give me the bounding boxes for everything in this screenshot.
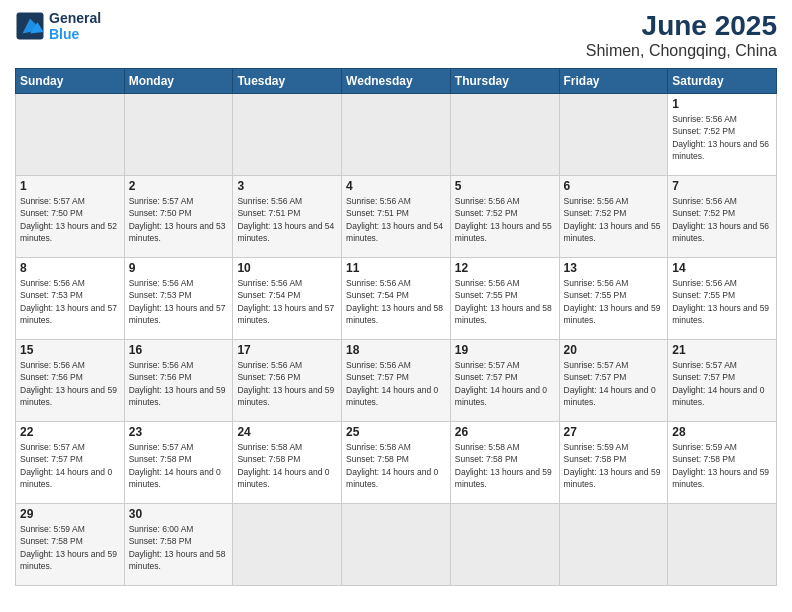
day-number: 19 [455, 343, 555, 357]
day-number: 11 [346, 261, 446, 275]
column-header-monday: Monday [124, 69, 233, 94]
day-info: Sunrise: 5:56 AMSunset: 7:51 PMDaylight:… [237, 195, 337, 244]
calendar-cell: 26Sunrise: 5:58 AMSunset: 7:58 PMDayligh… [450, 422, 559, 504]
day-number: 7 [672, 179, 772, 193]
logo: General Blue [15, 10, 101, 42]
logo-icon [15, 11, 45, 41]
calendar-cell: 22Sunrise: 5:57 AMSunset: 7:57 PMDayligh… [16, 422, 125, 504]
header: General Blue June 2025 Shimen, Chongqing… [15, 10, 777, 60]
day-number: 24 [237, 425, 337, 439]
calendar-cell [559, 94, 668, 176]
day-number: 27 [564, 425, 664, 439]
day-info: Sunrise: 6:00 AMSunset: 7:58 PMDaylight:… [129, 523, 229, 572]
calendar-body: 1Sunrise: 5:56 AMSunset: 7:52 PMDaylight… [16, 94, 777, 586]
day-info: Sunrise: 5:57 AMSunset: 7:50 PMDaylight:… [129, 195, 229, 244]
day-number: 14 [672, 261, 772, 275]
day-info: Sunrise: 5:59 AMSunset: 7:58 PMDaylight:… [564, 441, 664, 490]
day-info: Sunrise: 5:56 AMSunset: 7:52 PMDaylight:… [672, 195, 772, 244]
day-info: Sunrise: 5:56 AMSunset: 7:54 PMDaylight:… [237, 277, 337, 326]
calendar-cell: 8Sunrise: 5:56 AMSunset: 7:53 PMDaylight… [16, 258, 125, 340]
day-number: 1 [20, 179, 120, 193]
day-info: Sunrise: 5:56 AMSunset: 7:57 PMDaylight:… [346, 359, 446, 408]
calendar-cell: 9Sunrise: 5:56 AMSunset: 7:53 PMDaylight… [124, 258, 233, 340]
day-number: 16 [129, 343, 229, 357]
calendar-cell: 29Sunrise: 5:59 AMSunset: 7:58 PMDayligh… [16, 504, 125, 586]
day-number: 28 [672, 425, 772, 439]
day-number: 12 [455, 261, 555, 275]
day-info: Sunrise: 5:57 AMSunset: 7:58 PMDaylight:… [129, 441, 229, 490]
day-number: 13 [564, 261, 664, 275]
calendar-cell [124, 94, 233, 176]
calendar-cell: 20Sunrise: 5:57 AMSunset: 7:57 PMDayligh… [559, 340, 668, 422]
day-info: Sunrise: 5:56 AMSunset: 7:55 PMDaylight:… [455, 277, 555, 326]
day-number: 15 [20, 343, 120, 357]
calendar-cell [450, 504, 559, 586]
day-number: 18 [346, 343, 446, 357]
day-number: 3 [237, 179, 337, 193]
day-info: Sunrise: 5:56 AMSunset: 7:56 PMDaylight:… [20, 359, 120, 408]
calendar-cell: 25Sunrise: 5:58 AMSunset: 7:58 PMDayligh… [342, 422, 451, 504]
day-number: 4 [346, 179, 446, 193]
calendar-week-4: 22Sunrise: 5:57 AMSunset: 7:57 PMDayligh… [16, 422, 777, 504]
calendar-cell [450, 94, 559, 176]
day-info: Sunrise: 5:56 AMSunset: 7:52 PMDaylight:… [455, 195, 555, 244]
calendar-week-0: 1Sunrise: 5:56 AMSunset: 7:52 PMDaylight… [16, 94, 777, 176]
calendar-cell: 10Sunrise: 5:56 AMSunset: 7:54 PMDayligh… [233, 258, 342, 340]
day-info: Sunrise: 5:56 AMSunset: 7:56 PMDaylight:… [129, 359, 229, 408]
calendar-cell: 11Sunrise: 5:56 AMSunset: 7:54 PMDayligh… [342, 258, 451, 340]
calendar-week-2: 8Sunrise: 5:56 AMSunset: 7:53 PMDaylight… [16, 258, 777, 340]
calendar-cell: 21Sunrise: 5:57 AMSunset: 7:57 PMDayligh… [668, 340, 777, 422]
day-number: 6 [564, 179, 664, 193]
day-number: 30 [129, 507, 229, 521]
day-info: Sunrise: 5:56 AMSunset: 7:56 PMDaylight:… [237, 359, 337, 408]
day-info: Sunrise: 5:56 AMSunset: 7:54 PMDaylight:… [346, 277, 446, 326]
calendar-cell [16, 94, 125, 176]
day-info: Sunrise: 5:56 AMSunset: 7:55 PMDaylight:… [672, 277, 772, 326]
calendar-cell: 18Sunrise: 5:56 AMSunset: 7:57 PMDayligh… [342, 340, 451, 422]
column-header-thursday: Thursday [450, 69, 559, 94]
day-number: 5 [455, 179, 555, 193]
day-info: Sunrise: 5:58 AMSunset: 7:58 PMDaylight:… [455, 441, 555, 490]
column-header-saturday: Saturday [668, 69, 777, 94]
day-info: Sunrise: 5:57 AMSunset: 7:57 PMDaylight:… [672, 359, 772, 408]
calendar-cell: 1Sunrise: 5:57 AMSunset: 7:50 PMDaylight… [16, 176, 125, 258]
day-info: Sunrise: 5:57 AMSunset: 7:57 PMDaylight:… [455, 359, 555, 408]
calendar-cell [342, 504, 451, 586]
day-number: 9 [129, 261, 229, 275]
day-number: 22 [20, 425, 120, 439]
day-info: Sunrise: 5:56 AMSunset: 7:53 PMDaylight:… [20, 277, 120, 326]
calendar-cell [342, 94, 451, 176]
calendar-cell: 3Sunrise: 5:56 AMSunset: 7:51 PMDaylight… [233, 176, 342, 258]
calendar-cell: 7Sunrise: 5:56 AMSunset: 7:52 PMDaylight… [668, 176, 777, 258]
calendar-cell: 28Sunrise: 5:59 AMSunset: 7:58 PMDayligh… [668, 422, 777, 504]
day-info: Sunrise: 5:57 AMSunset: 7:57 PMDaylight:… [20, 441, 120, 490]
title-block: June 2025 Shimen, Chongqing, China [586, 10, 777, 60]
calendar-cell [233, 94, 342, 176]
day-info: Sunrise: 5:59 AMSunset: 7:58 PMDaylight:… [20, 523, 120, 572]
day-info: Sunrise: 5:56 AMSunset: 7:51 PMDaylight:… [346, 195, 446, 244]
day-info: Sunrise: 5:56 AMSunset: 7:52 PMDaylight:… [672, 113, 772, 162]
calendar-table: SundayMondayTuesdayWednesdayThursdayFrid… [15, 68, 777, 586]
calendar-cell: 23Sunrise: 5:57 AMSunset: 7:58 PMDayligh… [124, 422, 233, 504]
logo-text: General Blue [49, 10, 101, 42]
day-number: 26 [455, 425, 555, 439]
calendar-cell: 4Sunrise: 5:56 AMSunset: 7:51 PMDaylight… [342, 176, 451, 258]
calendar-week-5: 29Sunrise: 5:59 AMSunset: 7:58 PMDayligh… [16, 504, 777, 586]
calendar-cell: 1Sunrise: 5:56 AMSunset: 7:52 PMDaylight… [668, 94, 777, 176]
calendar-cell: 24Sunrise: 5:58 AMSunset: 7:58 PMDayligh… [233, 422, 342, 504]
day-number: 8 [20, 261, 120, 275]
calendar-cell [233, 504, 342, 586]
calendar-cell [559, 504, 668, 586]
day-number: 17 [237, 343, 337, 357]
day-info: Sunrise: 5:58 AMSunset: 7:58 PMDaylight:… [346, 441, 446, 490]
location: Shimen, Chongqing, China [586, 42, 777, 60]
day-number: 1 [672, 97, 772, 111]
column-header-sunday: Sunday [16, 69, 125, 94]
calendar-cell [668, 504, 777, 586]
day-info: Sunrise: 5:56 AMSunset: 7:55 PMDaylight:… [564, 277, 664, 326]
column-header-friday: Friday [559, 69, 668, 94]
calendar-week-1: 1Sunrise: 5:57 AMSunset: 7:50 PMDaylight… [16, 176, 777, 258]
calendar-container: General Blue June 2025 Shimen, Chongqing… [0, 0, 792, 596]
calendar-cell: 16Sunrise: 5:56 AMSunset: 7:56 PMDayligh… [124, 340, 233, 422]
calendar-header-row: SundayMondayTuesdayWednesdayThursdayFrid… [16, 69, 777, 94]
